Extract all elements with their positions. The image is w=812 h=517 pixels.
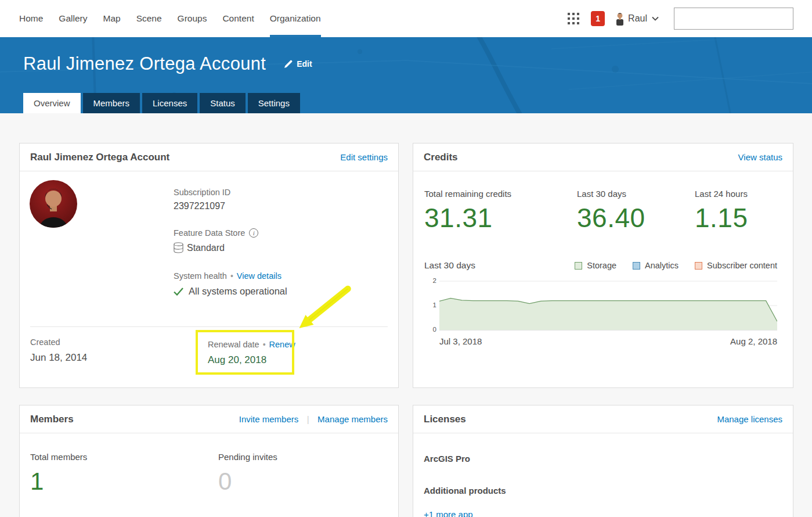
- account-tabs: Overview Members Licenses Status Setting…: [23, 93, 302, 113]
- stat-total-remaining-value: 31.31: [424, 202, 577, 234]
- stat-total-remaining: Total remaining credits 31.31: [424, 189, 577, 234]
- members-card-title: Members: [30, 414, 74, 425]
- ytick-1: 1: [430, 301, 436, 308]
- tab-members[interactable]: Members: [83, 93, 140, 113]
- app-launcher-icon[interactable]: [568, 13, 580, 25]
- stat-last-30-days: Last 30 days 36.40: [577, 189, 695, 234]
- subscription-id-field: Subscription ID 2397221097: [174, 188, 287, 211]
- chevron-down-icon: [652, 16, 659, 21]
- ytick-2: 2: [430, 277, 436, 284]
- credits-stats: Total remaining credits 31.31 Last 30 da…: [413, 171, 793, 234]
- pencil-icon: [284, 60, 293, 68]
- renewal-field: Renewal date • Renew Aug 20, 2018: [208, 340, 295, 366]
- link-separator: |: [307, 414, 309, 424]
- subscription-id-value: 2397221097: [174, 201, 287, 211]
- overview-content: Raul Jimenez Ortega Account Edit setting…: [0, 113, 812, 517]
- license-product-arcgis-pro: ArcGIS Pro: [424, 454, 782, 464]
- edit-account-button[interactable]: Edit: [284, 59, 312, 69]
- info-icon[interactable]: i: [249, 228, 258, 238]
- pending-invites-stat: Pending invites 0: [218, 452, 277, 496]
- credits-chart-svg: [439, 280, 777, 332]
- additional-products-label: Additional products: [424, 486, 782, 496]
- top-bar: Home Gallery Map Scene Groups Content Or…: [0, 0, 812, 37]
- credits-usage-chart: 2 1 0: [439, 280, 777, 332]
- x-axis-start-label: Jul 3, 2018: [439, 336, 482, 346]
- tab-status[interactable]: Status: [200, 93, 246, 113]
- check-icon: [174, 288, 183, 296]
- analytics-swatch: [633, 262, 640, 270]
- invite-members-link[interactable]: Invite members: [239, 414, 299, 424]
- user-avatar-mini: [615, 12, 625, 26]
- pending-invites-value: 0: [218, 468, 277, 496]
- edit-settings-link[interactable]: Edit settings: [340, 152, 388, 162]
- search-input[interactable]: [684, 14, 789, 23]
- account-card-title: Raul Jimenez Ortega Account: [30, 152, 169, 163]
- total-members-stat: Total members 1: [30, 452, 218, 496]
- legend-item-analytics: Analytics: [633, 261, 679, 270]
- tab-settings[interactable]: Settings: [248, 93, 300, 113]
- stat-last-24-hours: Last 24 hours 1.15: [695, 189, 748, 234]
- database-icon: [174, 242, 183, 253]
- page-title: Raul Jimenez Ortega Account: [23, 53, 266, 74]
- stat-last-30-days-value: 36.40: [577, 202, 695, 234]
- licenses-card-title: Licenses: [424, 414, 466, 425]
- tab-licenses[interactable]: Licenses: [142, 93, 197, 113]
- nav-item-groups[interactable]: Groups: [178, 0, 207, 37]
- organization-header: Raul Jimenez Ortega Account Edit Overvie…: [0, 37, 812, 113]
- nav-item-organization[interactable]: Organization: [270, 0, 321, 37]
- more-apps-link[interactable]: +1 more app: [424, 509, 473, 517]
- chart-period-label: Last 30 days: [424, 260, 475, 271]
- credits-card-title: Credits: [424, 152, 458, 163]
- tab-overview[interactable]: Overview: [23, 93, 81, 113]
- renew-link[interactable]: Renew: [269, 340, 295, 349]
- x-axis-end-label: Aug 2, 2018: [730, 336, 777, 346]
- chart-legend: Storage Analytics Subscriber content: [558, 261, 777, 270]
- edit-label: Edit: [297, 59, 312, 69]
- storage-swatch: [575, 262, 582, 270]
- notification-badge[interactable]: 1: [591, 11, 605, 26]
- feature-data-store-field: Feature Data Store i Standard: [174, 228, 287, 253]
- nav-item-content[interactable]: Content: [222, 0, 254, 37]
- feature-data-store-value: Standard: [187, 243, 225, 253]
- subscriber-content-swatch: [695, 262, 702, 270]
- user-menu[interactable]: Raul: [615, 12, 659, 26]
- members-card: Members Invite members | Manage members …: [19, 405, 399, 517]
- search-box[interactable]: [674, 8, 793, 30]
- account-overview-card: Raul Jimenez Ortega Account Edit setting…: [19, 143, 399, 388]
- created-label: Created: [30, 338, 87, 347]
- system-status-text: All systems operational: [189, 286, 287, 297]
- created-value: Jun 18, 2014: [30, 352, 87, 364]
- card-divider: [30, 326, 388, 327]
- nav-item-gallery[interactable]: Gallery: [59, 0, 87, 37]
- renewal-date-value: Aug 20, 2018: [208, 354, 295, 366]
- top-navigation: Home Gallery Map Scene Groups Content Or…: [19, 0, 337, 37]
- renewal-date-label: Renewal date: [208, 340, 259, 349]
- feature-data-store-label: Feature Data Store: [174, 228, 245, 238]
- manage-licenses-link[interactable]: Manage licenses: [717, 414, 782, 424]
- view-status-link[interactable]: View status: [738, 152, 782, 162]
- credits-card: Credits View status Total remaining cred…: [413, 143, 793, 388]
- nav-item-home[interactable]: Home: [19, 0, 43, 37]
- created-field: Created Jun 18, 2014: [30, 338, 87, 364]
- manage-members-link[interactable]: Manage members: [317, 414, 388, 424]
- nav-item-scene[interactable]: Scene: [136, 0, 162, 37]
- legend-item-subscriber-content: Subscriber content: [695, 261, 777, 270]
- view-details-link[interactable]: View details: [237, 271, 282, 281]
- nav-item-map[interactable]: Map: [103, 0, 120, 37]
- stat-last-24-hours-value: 1.15: [695, 202, 748, 234]
- ytick-0: 0: [430, 326, 436, 333]
- system-health-label: System health: [174, 271, 227, 281]
- legend-item-storage: Storage: [575, 261, 616, 270]
- licenses-card: Licenses Manage licenses ArcGIS Pro Addi…: [413, 405, 793, 517]
- account-avatar: [30, 180, 77, 228]
- system-health-field: System health • View details All systems…: [174, 271, 287, 297]
- user-name: Raul: [628, 13, 647, 24]
- total-members-value: 1: [30, 468, 218, 496]
- subscription-id-label: Subscription ID: [174, 188, 287, 197]
